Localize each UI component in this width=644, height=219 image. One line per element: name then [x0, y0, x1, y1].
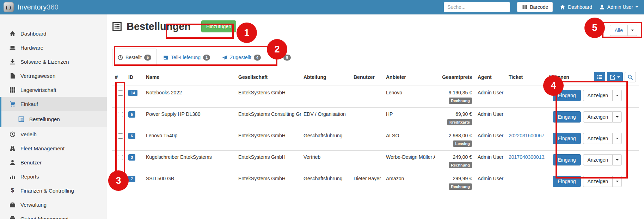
row-checkbox[interactable]: [118, 155, 123, 160]
caret-down-icon: [616, 138, 619, 139]
sidebar-item-lagerwirtschaft[interactable]: Lagerwirtschaft: [0, 83, 107, 97]
print-icon: [10, 216, 16, 219]
cell-gesellschaft: EntekSystems GmbH: [238, 90, 286, 95]
cell-name: Lenovo T540p: [146, 133, 177, 138]
cell-agent: Admin User: [478, 176, 503, 181]
search-button[interactable]: [625, 72, 636, 82]
brand-name: Inventory: [18, 3, 47, 11]
tab-count-badge: 4: [254, 55, 261, 61]
row-checkbox[interactable]: [118, 112, 123, 117]
cell-name: Kugelschreiber EntekSystems: [146, 154, 212, 160]
top-navbar: ( ) Inventory360 Barcode Dashboard Admin…: [0, 0, 644, 14]
sidebar-item-bestellungen[interactable]: Bestellungen: [0, 111, 107, 127]
sidebar-item-software-lizenzen[interactable]: Software & Lizenzen: [0, 55, 107, 69]
caret-down-icon: [631, 30, 634, 31]
sidebar-item-label: Verleih: [20, 131, 37, 137]
row-checkbox[interactable]: [118, 176, 123, 182]
nav-dashboard-link[interactable]: Dashboard: [560, 4, 592, 10]
column-header-label: ID: [128, 74, 133, 80]
export-button[interactable]: [607, 72, 623, 82]
sidebar-item-label: Dashboard: [20, 31, 46, 37]
list-view-button[interactable]: [594, 72, 605, 82]
search-input[interactable]: [444, 2, 510, 12]
cell-gesamtpreis: 299,99 €: [438, 176, 472, 181]
anzeigen-button[interactable]: Anzeigen: [583, 176, 613, 187]
eingang-button[interactable]: Eingang: [553, 176, 581, 187]
row-actions-caret-button[interactable]: [613, 154, 622, 165]
row-id-badge: 5: [128, 111, 135, 118]
ticket-link[interactable]: 20170403000132: [509, 154, 545, 160]
anzeigen-button[interactable]: Anzeigen: [583, 90, 613, 101]
row-actions-caret-button[interactable]: [613, 90, 622, 101]
column-header-label: Abteilung: [303, 74, 326, 80]
export-icon: [610, 74, 615, 80]
cell-anbieter: Werbe-Design Müller AB: [386, 154, 435, 160]
laptop-icon: [10, 45, 16, 51]
tab-teil-lieferung[interactable]: Teil-Lieferung1: [158, 49, 216, 66]
user-menu[interactable]: Admin User: [599, 4, 638, 10]
barcode-icon: [522, 4, 527, 10]
sidebar-item-vertragswesen[interactable]: Vertragswesen: [0, 69, 107, 83]
sidebar-item-output-management[interactable]: Output Management: [0, 212, 107, 219]
app-logo-icon: ( ): [4, 2, 14, 12]
row-checkbox[interactable]: [118, 133, 123, 139]
row-actions-caret-button[interactable]: [613, 111, 622, 123]
cell-name: Notebooks 2022: [146, 90, 182, 95]
tab-alle[interactable]: Alle9: [267, 49, 296, 66]
chart-icon: [10, 174, 16, 180]
column-header-label: Aktionen: [548, 74, 569, 80]
row-actions-caret-button[interactable]: [613, 176, 622, 187]
sidebar-item-reports[interactable]: Reports: [0, 169, 107, 183]
eingang-button[interactable]: Eingang: [553, 154, 581, 165]
column-header-id: ID: [125, 69, 143, 86]
tab-count-badge: 1: [203, 55, 210, 61]
eingang-button[interactable]: Eingang: [553, 133, 581, 144]
sidebar-item-verwaltung[interactable]: Verwaltung: [0, 198, 107, 212]
row-actions-caret-button[interactable]: [613, 133, 622, 144]
sidebar-item-label: Vertragswesen: [20, 73, 55, 79]
filter-caret-button[interactable]: [628, 25, 637, 36]
anzeigen-button[interactable]: Anzeigen: [583, 111, 613, 123]
column-header-name: Name: [143, 69, 235, 86]
table-row: 6Lenovo T540pEntekSystems GmbHGeschäftsf…: [112, 129, 639, 151]
sidebar-item-label: Output Management: [20, 216, 69, 219]
row-checkbox[interactable]: [118, 90, 123, 96]
sidebar-item-hardware[interactable]: Hardware: [0, 40, 107, 55]
cell-agent: Admin User: [478, 133, 503, 138]
ticket-link[interactable]: 2022031600067: [509, 133, 544, 138]
sidebar-item-benutzer[interactable]: Benutzer: [0, 155, 107, 169]
status-tabs: Bestellt5Teil-Lieferung1Zugestellt4Alle9: [112, 46, 639, 66]
tab-bestellt[interactable]: Bestellt5: [112, 49, 157, 66]
sidebar-item-label: Hardware: [20, 45, 43, 51]
cell-gesellschaft: EntekSystems GmbH: [238, 176, 286, 181]
brand-logo[interactable]: ( ) Inventory360: [0, 2, 59, 12]
cell-gesamtpreis: 9.190,35 €: [438, 90, 472, 95]
eingang-button[interactable]: Eingang: [553, 90, 581, 101]
column-header-: #: [112, 69, 125, 86]
cell-anbieter: Lenovo: [386, 90, 402, 95]
sidebar-item-finanzen-controlling[interactable]: $Finanzen & Controlling: [0, 183, 107, 198]
anzeigen-button[interactable]: Anzeigen: [583, 154, 613, 165]
sidebar-item-fleet-management[interactable]: Fleet Management: [0, 141, 107, 155]
cell-gesamtpreis: 69,90 €: [438, 111, 472, 117]
caret-down-icon: [616, 95, 619, 96]
home-icon: [10, 31, 16, 37]
anzeigen-button[interactable]: Anzeigen: [583, 133, 613, 144]
filter-all-button[interactable]: Alle: [610, 25, 628, 36]
orders-list-icon: [112, 21, 122, 31]
caret-down-icon: [636, 6, 638, 8]
cell-abteilung: Vertrieb: [303, 154, 320, 160]
sidebar-item-einkauf[interactable]: Einkauf: [0, 97, 107, 111]
add-order-button[interactable]: Hinzufügen: [201, 20, 236, 32]
caret-down-icon: [616, 159, 619, 161]
eingang-button[interactable]: Eingang: [553, 111, 581, 123]
sidebar-item-verleih[interactable]: Verleih: [0, 127, 107, 141]
row-id-badge: 3: [128, 154, 135, 161]
barcode-button[interactable]: Barcode: [517, 2, 553, 12]
sidebar-item-dashboard[interactable]: Dashboard: [0, 26, 107, 40]
column-header-label: Benutzer: [354, 74, 375, 80]
listbox-icon: [18, 116, 24, 122]
file-icon: [10, 73, 16, 79]
cell-name: Power Supply HP DL380: [146, 111, 201, 117]
tab-zugestellt[interactable]: Zugestellt4: [216, 49, 266, 66]
